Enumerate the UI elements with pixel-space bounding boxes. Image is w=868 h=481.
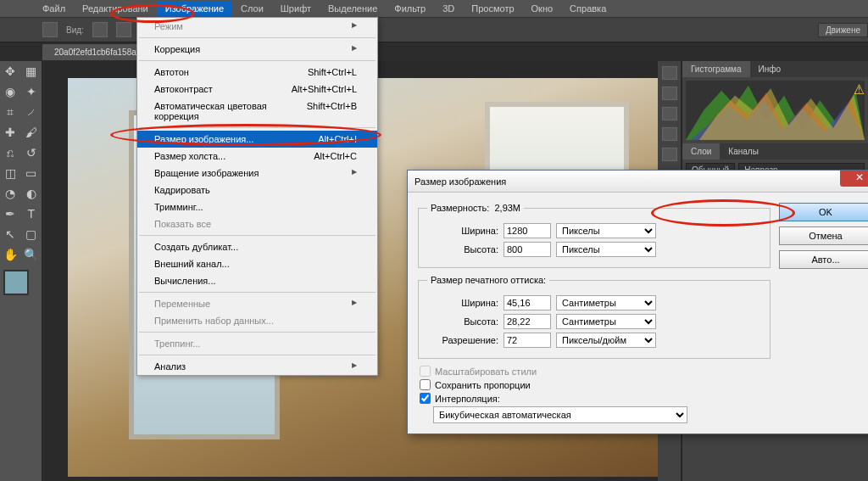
panel-icon[interactable]	[662, 87, 677, 100]
path-tool[interactable]: ↖	[1, 225, 20, 243]
menu-item[interactable]: Размер холста...Alt+Ctrl+C	[137, 148, 377, 165]
panel-icon[interactable]	[662, 107, 677, 120]
svg-text:⚠: ⚠	[854, 82, 865, 98]
width-label: Ширина:	[427, 226, 498, 236]
menu-item[interactable]: Анализ	[137, 358, 377, 375]
hand-tool[interactable]: ✋	[1, 245, 20, 264]
tab-label: 20a0f2efd1cb6fa158a...	[54, 48, 143, 57]
menu-item[interactable]: Вращение изображения	[137, 165, 377, 182]
zoom-tool[interactable]: 🔍	[22, 245, 42, 264]
menu-item[interactable]: Размер изображения...Alt+Ctrl+I	[137, 131, 377, 148]
menu-item: Режим	[137, 18, 377, 35]
marquee-tool[interactable]: ▦	[22, 62, 42, 81]
menu-filter[interactable]: Фильтр	[386, 1, 434, 16]
menu-3d[interactable]: 3D	[434, 1, 463, 16]
stamp-tool[interactable]: ⎌	[1, 143, 20, 162]
ok-button[interactable]: OK	[779, 203, 868, 221]
dim-label: Размерность:	[431, 203, 489, 213]
print-height-unit[interactable]: Сантиметры	[556, 314, 656, 329]
dim-value: 2,93M	[494, 203, 520, 213]
interpolation-select[interactable]: Бикубическая автоматическая	[433, 406, 687, 423]
menu-item[interactable]: Автоматическая цветовая коррекцияShift+C…	[137, 98, 377, 125]
histogram-tabs: Гистограмма Инфо	[682, 61, 868, 77]
menu-view[interactable]: Просмотр	[463, 1, 522, 16]
panel-icon[interactable]	[662, 66, 677, 80]
panel-icon[interactable]	[662, 127, 677, 141]
view-mode-2-icon[interactable]	[116, 22, 131, 37]
menu-item[interactable]: Тримминг...	[137, 199, 377, 215]
gradient-tool[interactable]: ▭	[22, 164, 42, 182]
tab-layers[interactable]: Слои	[682, 143, 720, 159]
close-button[interactable]: ✕	[840, 171, 868, 187]
menu-item[interactable]: Коррекция	[137, 41, 377, 58]
view-mode-1-icon[interactable]	[92, 22, 108, 37]
keep-proportions-check[interactable]: Сохранить пропорции	[420, 379, 769, 390]
tab-histogram[interactable]: Гистограмма	[682, 61, 750, 77]
lasso-tool[interactable]: ◉	[1, 82, 20, 101]
menubar: Файл Редактировани Изображение Слои Шриф…	[0, 0, 868, 17]
color-swatch[interactable]	[3, 270, 29, 295]
print-height-label: Высота:	[427, 316, 498, 327]
height-label: Высота:	[427, 244, 498, 254]
menu-item: Переменные	[137, 295, 377, 312]
tab-info[interactable]: Инфо	[750, 61, 790, 77]
menu-item[interactable]: Создать дубликат...	[137, 238, 377, 255]
menu-select[interactable]: Выделение	[320, 1, 386, 16]
dodge-tool[interactable]: ◐	[22, 184, 42, 203]
options-bar: Вид: Шир.: ⇄ Выс.: Уточн. край... Движен…	[0, 17, 868, 42]
print-width-unit[interactable]: Сантиметры	[556, 295, 656, 310]
menu-image[interactable]: Изображение	[157, 1, 232, 16]
menu-item[interactable]: АвтоконтрастAlt+Shift+Ctrl+L	[137, 81, 377, 98]
print-width-input[interactable]	[504, 295, 551, 310]
move-tool[interactable]: ✥	[1, 62, 20, 81]
resolution-input[interactable]	[504, 333, 551, 348]
tool-preset-icon[interactable]	[42, 22, 58, 37]
width-input[interactable]	[504, 223, 551, 238]
dialog-titlebar[interactable]: Размер изображения ✕	[408, 171, 868, 193]
interpolation-check[interactable]: Интерполяция:	[420, 393, 769, 404]
menu-layers[interactable]: Слои	[232, 1, 272, 16]
brush-tool[interactable]: 🖌	[22, 123, 42, 142]
menu-item: Применить набор данных...	[137, 312, 377, 329]
history-tool[interactable]: ↺	[22, 143, 42, 162]
print-height-input[interactable]	[504, 314, 551, 329]
crop-tool[interactable]: ⌗	[1, 103, 20, 121]
menu-item[interactable]: Внешний канал...	[137, 255, 377, 272]
auto-button[interactable]: Авто...	[779, 250, 868, 269]
motion-button[interactable]: Движене	[818, 23, 868, 37]
print-width-label: Ширина:	[427, 298, 498, 308]
scale-styles-check: Масштабировать стили	[420, 366, 769, 377]
shape-tool[interactable]: ▢	[22, 225, 42, 243]
toolbox: ✥▦ ◉✦ ⌗⟋ ✚🖌 ⎌↺ ◫▭ ◔◐ ✒T ↖▢ ✋🔍	[0, 61, 42, 481]
image-menu-dropdown: РежимКоррекцияАвтотонShift+Ctrl+LАвтокон…	[136, 17, 378, 376]
height-unit[interactable]: Пикселы	[556, 242, 656, 257]
menu-edit[interactable]: Редактировани	[74, 1, 157, 16]
print-size-group: Размер печатного оттиска: Ширина: Сантим…	[418, 275, 771, 359]
eyedropper-tool[interactable]: ⟋	[22, 103, 42, 121]
image-size-dialog: Размер изображения ✕ Размерность: 2,93M …	[407, 170, 868, 434]
view-label: Вид:	[66, 25, 84, 35]
menu-type[interactable]: Шрифт	[272, 1, 320, 16]
menu-window[interactable]: Окно	[523, 1, 562, 16]
tab-channels[interactable]: Каналы	[720, 143, 767, 159]
menu-item[interactable]: Кадрировать	[137, 182, 377, 199]
print-legend: Размер печатного оттиска:	[427, 275, 549, 285]
panel-icon[interactable]	[662, 148, 677, 161]
wand-tool[interactable]: ✦	[22, 82, 42, 101]
resolution-label: Разрешение:	[427, 335, 498, 345]
pen-tool[interactable]: ✒	[1, 204, 20, 223]
cancel-button[interactable]: Отмена	[779, 227, 868, 245]
blur-tool[interactable]: ◔	[1, 184, 20, 203]
type-tool[interactable]: T	[22, 204, 42, 223]
menu-file[interactable]: Файл	[34, 1, 74, 16]
height-input[interactable]	[504, 242, 551, 257]
menu-item[interactable]: Вычисления...	[137, 272, 377, 289]
menu-item: Показать все	[137, 215, 377, 232]
menu-item[interactable]: АвтотонShift+Ctrl+L	[137, 64, 377, 81]
resolution-unit[interactable]: Пикселы/дюйм	[556, 333, 656, 348]
layers-tabs: Слои Каналы	[682, 143, 868, 159]
heal-tool[interactable]: ✚	[1, 123, 20, 142]
width-unit[interactable]: Пикселы	[556, 223, 656, 238]
eraser-tool[interactable]: ◫	[1, 164, 20, 182]
menu-help[interactable]: Справка	[561, 1, 615, 16]
